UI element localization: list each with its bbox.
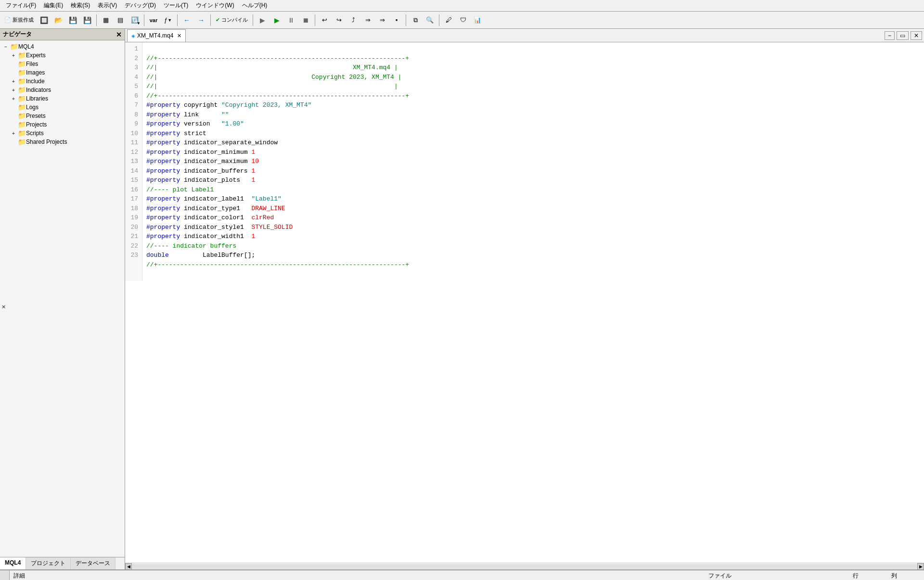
sep3 [177, 14, 178, 26]
col-col-header: 列 [891, 572, 920, 580]
projects-folder-icon: 📁 [17, 121, 26, 128]
compile-button[interactable]: ✔ コンパイル [213, 13, 250, 27]
presets-folder-icon: 📁 [17, 112, 26, 120]
step-out-button[interactable]: ⤴ [346, 13, 360, 27]
tree-item-presets[interactable]: 📁 Presets [0, 112, 125, 120]
back-button[interactable]: ← [180, 13, 193, 27]
nav-tab-database[interactable]: データベース [71, 557, 116, 569]
navigator-tree: − 📁 MQL4 + 📁 Experts 📁 Files 📁 Images [0, 40, 125, 557]
toolbox-strip: ツールボックス ✕ [0, 570, 10, 580]
root-expand-icon: − [2, 44, 10, 50]
files-label: Files [26, 61, 38, 67]
include-folder-icon: 📁 [17, 77, 26, 85]
restore-button[interactable]: ▭ [897, 31, 909, 40]
indicators-label: Indicators [26, 87, 51, 93]
tree-item-shared-projects[interactable]: 📁 Shared Projects [0, 138, 125, 146]
tree-item-libraries[interactable]: + 📁 Libraries [0, 94, 125, 103]
menu-edit[interactable]: 編集(E) [40, 0, 67, 11]
stop2-button[interactable]: ▪ [390, 13, 403, 27]
view-btn3[interactable]: 🔃▼ [128, 13, 141, 27]
presets-expand [10, 113, 17, 119]
experts-label: Experts [26, 52, 46, 59]
navigator-panel: ナビゲータ ✕ − 📁 MQL4 + 📁 Experts 📁 Files [0, 29, 125, 569]
open-button[interactable]: 📂 [51, 13, 65, 27]
save-all-button[interactable]: 💾 [80, 13, 94, 27]
skip-btn1[interactable]: ⇒ [361, 13, 374, 27]
code-editor[interactable]: 12345 678910 1112131415 1617181920 21222… [125, 42, 924, 563]
logs-expand [10, 105, 17, 110]
minimize-button[interactable]: − [885, 31, 895, 40]
new-button[interactable]: 📄 新規作成 [2, 13, 36, 27]
include-expand: + [10, 79, 17, 84]
libraries-label: Libraries [26, 95, 48, 102]
tree-item-projects[interactable]: 📁 Projects [0, 120, 125, 129]
menu-debug[interactable]: デバッグ(D) [121, 0, 160, 11]
menu-tools[interactable]: ツール(T) [160, 0, 192, 11]
stop-button[interactable]: ⏹ [299, 13, 312, 27]
menu-bar: ファイル(F) 編集(E) 検索(S) 表示(V) デバッグ(D) ツール(T)… [0, 0, 924, 12]
presets-label: Presets [26, 113, 46, 119]
forward-button[interactable]: → [194, 13, 208, 27]
sep2 [144, 14, 144, 26]
pause-button[interactable]: ⏸ [284, 13, 298, 27]
code-text[interactable]: //+-------------------------------------… [142, 42, 924, 281]
close-icon-bottom[interactable]: ✕ [1, 304, 7, 310]
editor-area: ◈ XM_MT4.mq4 ✕ − ▭ ✕ 12345 678910 111213… [125, 29, 924, 569]
menu-help[interactable]: ヘルプ(H) [238, 0, 271, 11]
files-folder-icon: 📁 [17, 60, 26, 68]
indicators-expand: + [10, 88, 17, 93]
projects-label: Projects [26, 121, 47, 128]
search-btn[interactable]: 🔍 [423, 13, 436, 27]
menu-search[interactable]: 検索(S) [67, 0, 94, 11]
tree-item-files[interactable]: 📁 Files [0, 60, 125, 68]
menu-window[interactable]: ウインドウ(W) [192, 0, 238, 11]
bookmark-btn[interactable]: 🖊 [442, 13, 455, 27]
tree-item-indicators[interactable]: + 📁 Indicators [0, 86, 125, 94]
compile-icon: ✔ [216, 17, 220, 23]
shared-expand [10, 139, 17, 145]
save-button[interactable]: 💾 [66, 13, 79, 27]
images-expand [10, 70, 17, 76]
col-line-header: 行 [853, 572, 891, 580]
menu-view[interactable]: 表示(V) [94, 0, 121, 11]
shared-label: Shared Projects [26, 139, 67, 145]
skip-btn2[interactable]: ⇒ [375, 13, 389, 27]
var-button[interactable]: var [147, 13, 160, 27]
tree-item-include[interactable]: + 📁 Include [0, 77, 125, 86]
run-start-button[interactable]: ▶ [256, 13, 269, 27]
tree-item-scripts[interactable]: + 📁 Scripts [0, 129, 125, 138]
include-label: Include [26, 78, 45, 85]
editor-tab-icon: ◈ [131, 33, 135, 38]
sep1 [96, 14, 97, 26]
col-file-header: ファイル [708, 572, 853, 580]
indicators-folder-icon: 📁 [17, 86, 26, 94]
tree-item-logs[interactable]: 📁 Logs [0, 103, 125, 112]
hscroll-left-button[interactable]: ◀ [125, 563, 132, 570]
editor-hscroll: ◀ ▶ [125, 563, 924, 569]
tree-item-images[interactable]: 📁 Images [0, 68, 125, 77]
run-green-button[interactable]: ▶ [270, 13, 283, 27]
chart-btn[interactable]: 📊 [471, 13, 484, 27]
step-over-button[interactable]: ↪ [332, 13, 346, 27]
hscroll-right-button[interactable]: ▶ [917, 563, 924, 570]
tree-root[interactable]: − 📁 MQL4 [0, 42, 125, 51]
nav-tab-mql4[interactable]: MQL4 [0, 557, 26, 569]
step-into-button[interactable]: ↩ [318, 13, 331, 27]
func-button[interactable]: ƒ▼ [161, 13, 175, 27]
view-btn1[interactable]: ▦ [99, 13, 113, 27]
menu-file[interactable]: ファイル(F) [2, 0, 40, 11]
view-btn2[interactable]: ▤ [114, 13, 127, 27]
tree-item-experts[interactable]: + 📁 Experts [0, 51, 125, 60]
shield-btn[interactable]: 🛡 [456, 13, 470, 27]
editor-tab-xmmt4[interactable]: ◈ XM_MT4.mq4 ✕ [127, 29, 186, 42]
root-folder-icon: 📁 [10, 43, 18, 50]
navigator-header: ナビゲータ ✕ [0, 29, 125, 40]
logs-label: Logs [26, 104, 38, 111]
editor-tab-close-button[interactable]: ✕ [177, 33, 181, 39]
open-recent-button[interactable]: 🔲 [37, 13, 51, 27]
nav-tab-project[interactable]: プロジェクト [26, 557, 71, 569]
close-window-button[interactable]: ✕ [911, 31, 922, 40]
copy-btn[interactable]: ⧉ [409, 13, 422, 27]
hscroll-track[interactable] [132, 564, 917, 569]
navigator-close-button[interactable]: ✕ [116, 31, 122, 38]
